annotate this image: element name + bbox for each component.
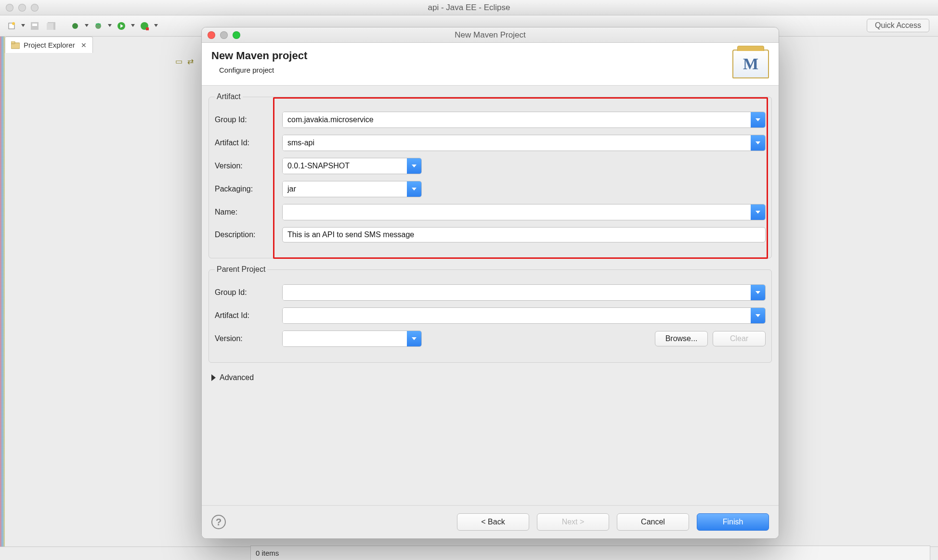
artifact-id-input[interactable]: sms-api: [283, 135, 751, 151]
description-label: Description:: [215, 230, 277, 239]
save-all-button[interactable]: [44, 19, 58, 33]
new-maven-project-dialog: New Maven Project New Maven project Conf…: [201, 27, 779, 539]
artifact-id-combo[interactable]: sms-api: [282, 135, 766, 151]
svg-point-6: [72, 23, 78, 29]
debug-button[interactable]: [68, 19, 82, 33]
version-label: Version:: [215, 162, 277, 170]
parent-group-id-combo[interactable]: [282, 284, 766, 301]
project-explorer-tab[interactable]: Project Explorer ✕: [5, 37, 93, 53]
main-window-title: api - Java EE - Eclipse: [0, 3, 938, 13]
dialog-titlebar: New Maven Project: [202, 27, 779, 43]
svg-rect-11: [146, 27, 149, 30]
chevron-down-icon[interactable]: [751, 135, 765, 151]
group-id-input[interactable]: com.javakia.microservice: [283, 112, 751, 127]
artifact-id-label: Artifact Id:: [215, 139, 277, 147]
chevron-down-icon[interactable]: [407, 158, 421, 174]
finish-button[interactable]: Finish: [697, 513, 769, 531]
chevron-down-icon[interactable]: [751, 308, 765, 323]
close-icon[interactable]: ✕: [81, 41, 87, 49]
next-button[interactable]: Next >: [537, 513, 609, 531]
collapse-all-icon[interactable]: ▭: [175, 57, 182, 66]
chevron-down-icon[interactable]: [751, 204, 765, 220]
run-button[interactable]: [115, 19, 128, 33]
dialog-window-title: New Maven Project: [202, 30, 779, 40]
perspective-gutter: [0, 37, 5, 547]
maven-logo-icon: M: [732, 50, 769, 78]
main-window-titlebar: api - Java EE - Eclipse: [0, 0, 938, 15]
svg-rect-13: [11, 41, 15, 44]
version-combo[interactable]: 0.0.1-SNAPSHOT: [282, 158, 422, 174]
project-explorer-view: Project Explorer ✕ ▭ ⇄: [5, 37, 197, 547]
chevron-down-icon[interactable]: [131, 24, 135, 28]
parent-legend: Parent Project: [215, 265, 267, 274]
dialog-footer: ? < Back Next > Cancel Finish: [202, 505, 779, 538]
bottom-items-strip: 0 items: [250, 546, 930, 560]
packaging-input[interactable]: jar: [283, 181, 407, 197]
advanced-toggle[interactable]: Advanced: [208, 369, 772, 386]
cancel-button[interactable]: Cancel: [617, 513, 689, 531]
disclosure-triangle-icon: [211, 374, 216, 381]
project-explorer-toolbar: ▭ ⇄: [5, 53, 197, 69]
parent-group-id-label: Group Id:: [215, 288, 277, 297]
chevron-down-icon[interactable]: [751, 112, 765, 127]
svg-point-1: [12, 22, 15, 25]
name-combo[interactable]: [282, 204, 766, 220]
version-input[interactable]: 0.0.1-SNAPSHOT: [283, 158, 407, 174]
chevron-down-icon[interactable]: [85, 24, 89, 28]
parent-version-combo[interactable]: [282, 331, 422, 347]
dialog-body: Artifact Group Id: com.javakia.microserv…: [202, 86, 779, 505]
group-id-combo[interactable]: com.javakia.microservice: [282, 112, 766, 128]
artifact-legend: Artifact: [215, 92, 243, 101]
quick-access-button[interactable]: Quick Access: [867, 19, 929, 32]
packaging-combo[interactable]: jar: [282, 181, 422, 197]
parent-artifact-id-label: Artifact Id:: [215, 311, 277, 320]
link-editor-icon[interactable]: ⇄: [187, 57, 194, 66]
items-count-label: 0 items: [256, 549, 279, 557]
svg-rect-5: [47, 23, 53, 30]
svg-rect-8: [96, 24, 101, 25]
dialog-header-subtitle: Configure project: [219, 66, 307, 74]
parent-project-group: Parent Project Group Id: Artifact Id: Ve…: [208, 265, 772, 363]
dialog-header: New Maven project Configure project M: [202, 43, 779, 86]
project-explorer-label: Project Explorer: [24, 41, 75, 49]
back-button[interactable]: < Back: [457, 513, 529, 531]
description-input[interactable]: This is an API to send SMS message: [282, 227, 766, 242]
parent-artifact-id-input[interactable]: [283, 308, 751, 323]
save-button[interactable]: [28, 19, 41, 33]
advanced-label: Advanced: [220, 373, 254, 382]
chevron-down-icon[interactable]: [108, 24, 112, 28]
group-id-label: Group Id:: [215, 115, 277, 124]
parent-group-id-input[interactable]: [283, 285, 751, 300]
chevron-down-icon[interactable]: [21, 24, 25, 28]
browse-button[interactable]: Browse...: [655, 331, 708, 346]
name-input[interactable]: [283, 204, 751, 220]
name-label: Name:: [215, 208, 277, 216]
new-button[interactable]: [5, 19, 18, 33]
svg-rect-3: [32, 24, 37, 26]
parent-artifact-id-combo[interactable]: [282, 307, 766, 324]
run-red-button[interactable]: [138, 19, 151, 33]
clear-button[interactable]: Clear: [713, 331, 766, 346]
help-icon[interactable]: ?: [211, 515, 226, 529]
chevron-down-icon[interactable]: [154, 24, 158, 28]
chevron-down-icon[interactable]: [751, 285, 765, 300]
packaging-label: Packaging:: [215, 185, 277, 193]
bug-button[interactable]: [91, 19, 105, 33]
project-explorer-icon: [11, 41, 20, 49]
dialog-header-title: New Maven project: [211, 50, 307, 62]
parent-version-input[interactable]: [283, 331, 407, 346]
chevron-down-icon[interactable]: [407, 331, 421, 346]
chevron-down-icon[interactable]: [407, 181, 421, 197]
parent-version-label: Version:: [215, 334, 277, 343]
artifact-group: Artifact Group Id: com.javakia.microserv…: [208, 92, 772, 258]
